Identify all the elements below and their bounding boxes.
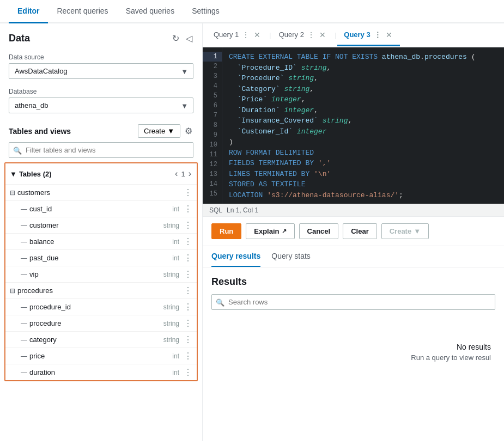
line-number-4: 4: [203, 81, 222, 91]
explain-button[interactable]: Explain ↗: [246, 223, 294, 239]
query-tab-2-close-icon[interactable]: ✕: [318, 31, 327, 39]
query-tab-1[interactable]: Query 1 ⋮ ✕: [207, 25, 268, 46]
column-cust-id: — cust_id int ⋮: [5, 200, 197, 217]
line-number-5: 5: [203, 91, 222, 101]
create-button-arrow-icon: ▼: [167, 127, 174, 135]
query-tab-3-close-icon[interactable]: ✕: [385, 31, 393, 39]
collapse-sidebar-icon[interactable]: ◁: [185, 32, 193, 45]
column-menu-icon[interactable]: ⋮: [184, 318, 192, 328]
refresh-icon[interactable]: ↻: [171, 32, 180, 45]
clear-button[interactable]: Clear: [343, 223, 377, 239]
tables-views-header: Tables and views Create ▼ ⚙: [0, 118, 202, 142]
column-dash-icon: —: [21, 352, 27, 360]
results-tab-query-results[interactable]: Query results: [211, 246, 260, 267]
sidebar-header: Data ↻ ◁: [0, 23, 202, 49]
column-menu-icon[interactable]: ⋮: [184, 220, 192, 230]
search-rows-input[interactable]: [211, 294, 495, 310]
column-menu-icon[interactable]: ⋮: [184, 204, 192, 214]
sidebar-title: Data: [9, 33, 30, 44]
explain-external-icon: ↗: [282, 228, 287, 235]
column-name: past_due: [29, 254, 172, 262]
code-editor[interactable]: 1 2 3 4 5 6 7 8 9 10 11 12 13 14 15 CREA…: [203, 47, 504, 204]
line-number-13: 13: [203, 169, 222, 179]
line-number-15: 15: [203, 189, 222, 199]
filter-input[interactable]: [9, 142, 193, 158]
column-dash-icon: —: [21, 238, 27, 246]
line-number-12: 12: [203, 160, 222, 169]
query-tab-2-label: Query 2: [279, 31, 304, 39]
database-select[interactable]: athena_db: [9, 97, 193, 113]
column-name: procedure_id: [29, 303, 163, 311]
line-number-9: 9: [203, 130, 222, 140]
database-select-wrapper: athena_db ▼: [9, 97, 193, 113]
query-tab-3-menu-icon[interactable]: ⋮: [374, 31, 381, 39]
code-content[interactable]: CREATE EXTERNAL TABLE IF NOT EXISTS athe…: [222, 47, 504, 204]
tab-saved-queries[interactable]: Saved queries: [117, 0, 184, 23]
column-type: int: [172, 254, 179, 262]
results-section: Results 🔍 No results Run a query to view…: [203, 267, 504, 441]
results-tab-query-stats[interactable]: Query stats: [271, 246, 311, 267]
datasource-select[interactable]: AwsDataCatalog: [9, 63, 193, 79]
line-number-2: 2: [203, 62, 222, 71]
table-menu-icon[interactable]: ⋮: [184, 285, 192, 296]
query-tab-1-menu-icon[interactable]: ⋮: [242, 31, 250, 39]
explain-button-label: Explain: [254, 227, 279, 235]
column-menu-icon[interactable]: ⋮: [184, 236, 192, 247]
column-name: category: [29, 336, 163, 344]
cancel-button[interactable]: Cancel: [299, 223, 339, 239]
tables-prev-icon[interactable]: ‹: [174, 168, 179, 180]
tab-recent-queries[interactable]: Recent queries: [48, 0, 117, 23]
column-type: string: [163, 336, 179, 344]
right-panel: Query 1 ⋮ ✕ | Query 2 ⋮ ✕ | Query 3 ⋮ ✕ …: [203, 23, 504, 441]
results-title: Results: [211, 276, 495, 288]
line-number-8: 8: [203, 120, 222, 130]
line-number-10: 10: [203, 140, 222, 150]
line-number-1: 1: [203, 52, 222, 62]
column-menu-icon[interactable]: ⋮: [184, 253, 192, 263]
tables-expand-icon: ▼: [10, 170, 17, 178]
editor-format: SQL: [209, 206, 222, 214]
column-procedure-id: — procedure_id string ⋮: [5, 298, 197, 315]
column-dash-icon: —: [21, 271, 27, 278]
gear-icon[interactable]: ⚙: [184, 125, 193, 137]
tables-views-actions: Create ▼ ⚙: [138, 124, 193, 138]
datasource-select-wrapper: AwsDataCatalog ▼: [9, 63, 193, 79]
column-type: string: [163, 303, 179, 311]
create-results-label: Create: [390, 227, 411, 235]
create-results-button[interactable]: Create ▼: [381, 223, 429, 239]
line-number-11: 11: [203, 150, 222, 160]
query-tab-2-menu-icon[interactable]: ⋮: [307, 31, 315, 39]
table-customers[interactable]: ⊟ customers ⋮: [5, 184, 197, 200]
create-button[interactable]: Create ▼: [138, 124, 180, 138]
column-menu-icon[interactable]: ⋮: [184, 367, 192, 377]
column-name: procedure: [29, 319, 163, 327]
column-dash-icon: —: [21, 336, 27, 344]
main-layout: Data ↻ ◁ Data source AwsDataCatalog ▼ Da…: [0, 23, 504, 441]
column-type: string: [163, 271, 179, 278]
database-section: Database athena_db ▼: [0, 83, 202, 118]
create-results-arrow-icon: ▼: [414, 227, 421, 235]
column-past-due: — past_due int ⋮: [5, 249, 197, 266]
column-menu-icon[interactable]: ⋮: [184, 302, 192, 312]
datasource-section: Data source AwsDataCatalog ▼: [0, 49, 202, 83]
table-menu-icon[interactable]: ⋮: [184, 187, 192, 198]
filter-search-icon: 🔍: [13, 146, 22, 154]
column-menu-icon[interactable]: ⋮: [184, 351, 192, 361]
no-results-message: No results: [211, 343, 495, 351]
column-menu-icon[interactable]: ⋮: [184, 269, 192, 279]
tables-next-icon[interactable]: ›: [187, 168, 192, 180]
query-tab-3[interactable]: Query 3 ⋮ ✕: [337, 25, 399, 46]
create-button-label: Create: [144, 127, 165, 135]
column-menu-icon[interactable]: ⋮: [184, 334, 192, 345]
column-name: customer: [29, 221, 163, 229]
tab-settings[interactable]: Settings: [183, 0, 228, 23]
column-balance: — balance int ⋮: [5, 233, 197, 249]
status-bar: SQL Ln 1, Col 1: [203, 204, 504, 217]
table-procedures[interactable]: ⊟ procedures ⋮: [5, 282, 197, 298]
query-tab-2[interactable]: Query 2 ⋮ ✕: [272, 25, 333, 46]
run-button[interactable]: Run: [211, 223, 241, 239]
query-tab-1-close-icon[interactable]: ✕: [253, 31, 262, 39]
tables-pagination: ‹ 1 ›: [174, 168, 192, 180]
tab-editor[interactable]: Editor: [9, 0, 48, 23]
column-type: int: [172, 238, 179, 246]
